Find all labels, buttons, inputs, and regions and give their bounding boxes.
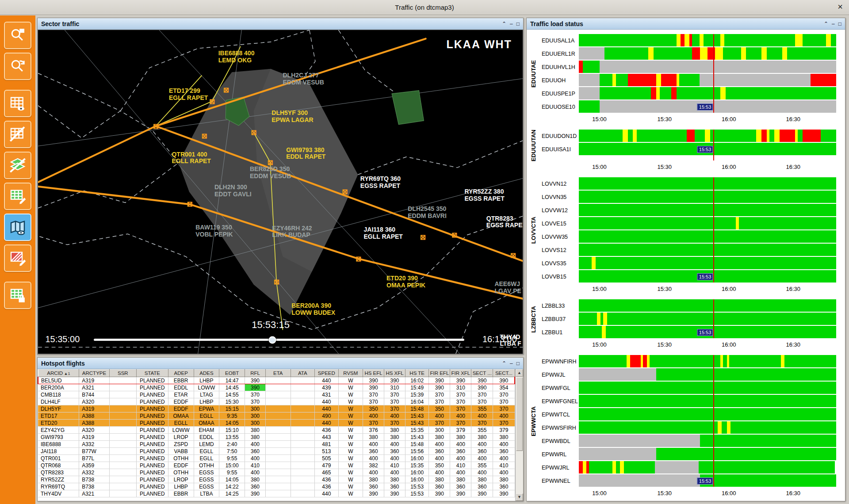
load-sector-label-epwwnel[interactable]: EPWWNEL xyxy=(538,474,579,488)
shade-icon[interactable]: ⌃ xyxy=(502,21,506,27)
load-sector-label-eduuhvl1h[interactable]: EDUUHVL1H xyxy=(538,61,579,74)
scroll-up-icon[interactable]: ▲ xyxy=(516,369,523,377)
load-sector-label-lovvn12[interactable]: LOVVN12 xyxy=(538,177,579,191)
col-header-rfl[interactable]: RFL xyxy=(245,370,266,377)
load-sector-label-epwwtcl[interactable]: EPWWTCL xyxy=(538,408,579,421)
load-bar-lzbbl33[interactable] xyxy=(579,299,836,312)
flight-label-ibe6888[interactable]: IBE6888 400LEMD OKG xyxy=(218,50,255,64)
load-sector-label-lovvn35[interactable]: LOVVN35 xyxy=(538,191,579,204)
col-header-ata[interactable]: ATA xyxy=(291,370,314,377)
hotspot-row-dlh4lf[interactable]: DLH4LFA320PLANNEDEDDFLHBP15:30370440W370… xyxy=(38,398,515,405)
load-bar-lovvw35[interactable] xyxy=(579,230,836,243)
load-sector-label-eduuose10[interactable]: EDUUOSE10 xyxy=(538,100,579,114)
col-header-ades[interactable]: ADES xyxy=(194,370,219,377)
load-sector-label-lovvs12[interactable]: LOVVS12 xyxy=(538,244,579,257)
sector-panel-titlebar[interactable]: Sector traffic ⌃ – □ xyxy=(38,18,523,30)
load-bar-epwwnfirh[interactable] xyxy=(579,355,836,367)
load-sector-label-lovvs35[interactable]: LOVVS35 xyxy=(538,257,579,270)
map-blue-eye-button[interactable] xyxy=(4,214,31,241)
load-sector-label-eduuisa1i[interactable]: EDUUISA1I xyxy=(538,143,579,156)
hotspot-row-qtr8283[interactable]: QTR8283A332PLANNEDOTHHEGSS9:55400465W400… xyxy=(38,469,515,476)
load-sector-label-lzbbl33[interactable]: LZBBL33 xyxy=(538,299,579,313)
flight-label-gwi9793[interactable]: GWI9793 380EDDL RAPET xyxy=(286,147,325,160)
layer-red-hatch-edit-button[interactable] xyxy=(4,244,31,272)
load-sector-label-eduuerl1r[interactable]: EDUUERL1R xyxy=(538,47,579,61)
col-header-arctype[interactable]: ARCTYPE xyxy=(79,370,110,377)
flight-label-ezy46rh[interactable]: EZY46RH 242LIRK BUDAP xyxy=(272,225,312,239)
load-bar-eduuoh[interactable] xyxy=(579,74,836,86)
grid-hidden-button[interactable] xyxy=(4,121,31,148)
hotspot-row-cmb118[interactable]: CMB118B744PLANNEDETARLTAG14:55370431W370… xyxy=(38,391,515,398)
load-sector-label-eduuoh[interactable]: EDUUOH xyxy=(538,74,579,87)
load-sector-label-epwwfgnel[interactable]: EPWWFGNEL xyxy=(538,395,579,408)
flight-label-jai118[interactable]: JAI118 360EGLL RAPET xyxy=(364,226,403,240)
table-scrollbar[interactable]: ▲ ▼ xyxy=(515,369,523,501)
flight-label-aee6wj[interactable]: AEE6WJLGAV PE xyxy=(494,281,521,294)
scroll-thumb[interactable] xyxy=(516,377,523,451)
maximize-icon[interactable]: □ xyxy=(516,361,520,366)
load-bar-lovvw12[interactable] xyxy=(579,204,836,216)
load-bar-epwwjrl[interactable] xyxy=(579,461,836,473)
minimize-icon[interactable]: – xyxy=(510,361,513,366)
sector-map[interactable]: ⊠⊠⊠⊠⊠⊠⊠⊠⊠⊠⊠⊠⊠ IBE6888 400LEMD OKGETD17 2… xyxy=(38,30,523,354)
scroll-down-icon[interactable]: ▼ xyxy=(516,493,523,501)
load-sector-label-lovvw12[interactable]: LOVVW12 xyxy=(538,204,579,217)
load-sector-label-lovvw35[interactable]: LOVVW35 xyxy=(538,230,579,244)
hotspot-row-bel5ud[interactable]: BEL5UDA319PLANNEDEBBRLHBP14:47390440W390… xyxy=(38,377,515,384)
col-header-sect-[interactable]: SECT... xyxy=(493,370,515,377)
load-sector-label-lzbbu1[interactable]: LZBBU1 xyxy=(538,326,579,339)
load-bar-lovvs35[interactable] xyxy=(579,257,836,269)
layers-green-hidden-button[interactable] xyxy=(4,152,31,179)
flight-label-dlh2545[interactable]: DLH2545 350EDDM BAVRI xyxy=(408,206,447,219)
flight-label-qtr001[interactable]: QTR001 400EGLL RAPET xyxy=(172,151,210,165)
hotspot-row-qtr001[interactable]: QTR001B77LPLANNEDOTHHEGLL9:55400505W4004… xyxy=(38,455,515,462)
load-bar-epwwtcl[interactable] xyxy=(579,408,836,420)
grid-green-lock-button[interactable] xyxy=(4,282,31,309)
hotspot-row-jai118[interactable]: JAI118B77WPLANNEDVABBEGLL7:50360513W3603… xyxy=(38,448,515,455)
col-header-hs-xfl[interactable]: HS XFL xyxy=(384,370,405,377)
hotspot-row-gwi9793[interactable]: GWI9793A319PLANNEDLROPEDDL13:55380443W38… xyxy=(38,434,515,441)
grid-eye-button[interactable] xyxy=(4,90,31,117)
maximize-icon[interactable]: □ xyxy=(838,21,841,27)
load-bar-epwwrl[interactable] xyxy=(579,448,836,460)
search-refresh-button[interactable] xyxy=(4,53,31,80)
load-sector-label-epwwjrl[interactable]: EPWWJRL xyxy=(538,461,579,474)
flight-label-etd17[interactable]: ETD17 299EGLL RAPET xyxy=(169,88,208,101)
load-sector-label-lovve15[interactable]: LOVVE15 xyxy=(538,217,579,230)
col-header-arcid[interactable]: ARCID ▲1 xyxy=(38,370,79,377)
load-bar-lovvn35[interactable] xyxy=(579,191,836,203)
shade-icon[interactable]: ⌃ xyxy=(824,21,828,27)
col-header-eta[interactable]: ETA xyxy=(265,370,291,377)
load-sector-label-epwwjl[interactable]: EPWWJL xyxy=(538,368,579,382)
load-bar-epwwsfirh[interactable] xyxy=(579,421,836,434)
load-bar-lzbbu37[interactable] xyxy=(579,313,836,325)
flight-label-ber200a[interactable]: BER200A 390LOWW BUDEX xyxy=(291,302,335,316)
load-sector-label-eduuspe1p[interactable]: EDUUSPE1P xyxy=(538,87,579,100)
hotspot-row-ryr52zz[interactable]: RYR52ZZB738PLANNEDLROPEGSS14:05380436W38… xyxy=(38,476,515,483)
load-bar-lovvn12[interactable] xyxy=(579,177,836,190)
hotspot-row-ibe6888[interactable]: IBE6888A332PLANNEDZSPDLEMD2:40400481W400… xyxy=(38,441,515,448)
hotspot-row-thy4dv[interactable]: THY4DVA321PLANNEDEBBRLTBA14:25390440W390… xyxy=(38,490,515,497)
load-bar-eduuhvl1h[interactable] xyxy=(579,61,836,73)
load-bar-eduusal1a[interactable] xyxy=(579,34,836,46)
load-sector-label-epwwrl[interactable]: EPWWRL xyxy=(538,448,579,461)
load-sector-label-lzbbu37[interactable]: LZBBU37 xyxy=(538,313,579,326)
col-header-fir-efl[interactable]: FIR EFL xyxy=(429,370,450,377)
hotspot-panel-titlebar[interactable]: Hotspot flights ⌃ – □ xyxy=(38,358,523,369)
col-header-eobt[interactable]: EOBT xyxy=(219,370,245,377)
col-header-ssr[interactable]: SSR xyxy=(109,370,136,377)
col-header-hs-te[interactable]: HS TE xyxy=(405,370,429,377)
load-sector-label-eduusal1a[interactable]: EDUUSAL1A xyxy=(538,34,579,47)
col-header-rvsm[interactable]: RVSM xyxy=(338,370,363,377)
time-slider-handle[interactable] xyxy=(269,336,276,344)
load-bar-eduuerl1r[interactable] xyxy=(579,47,836,60)
load-sector-label-epwwnfirh[interactable]: EPWWNFIRH xyxy=(538,355,579,368)
hotspot-row-qtr068[interactable]: QTR068A359PLANNEDEDDFOTHH15:00410479W382… xyxy=(38,462,515,469)
shade-icon[interactable]: ⌃ xyxy=(502,361,506,366)
flight-label-ryr69tq[interactable]: RYR69TQ 360EGSS RAPET xyxy=(360,176,401,189)
col-header-adep[interactable]: ADEP xyxy=(168,370,194,377)
load-sector-label-epwwbdl[interactable]: EPWWBDL xyxy=(538,435,579,448)
load-bar-lovve15[interactable] xyxy=(579,217,836,229)
load-sector-label-epwwsfirh[interactable]: EPWWSFIRH xyxy=(538,421,579,435)
load-panel-titlebar[interactable]: Traffic load status ⌃ – □ xyxy=(527,18,845,30)
